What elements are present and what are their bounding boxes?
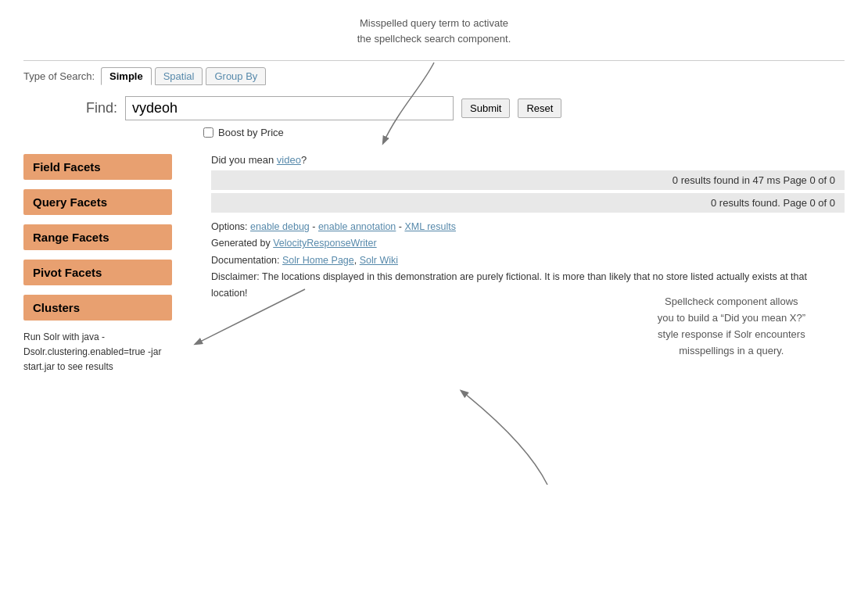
did-you-mean-link[interactable]: video [277,154,301,166]
search-input[interactable] [125,96,454,120]
submit-button[interactable]: Submit [461,98,510,118]
find-label: Find: [70,100,117,116]
link5-sep: , [354,255,360,266]
boost-label: Boost by Price [218,127,284,138]
clusters-button[interactable]: Clusters [23,295,172,321]
enable-debug-link[interactable]: enable debug [250,221,310,232]
field-facets-button[interactable]: Field Facets [23,154,172,180]
tab-groupby[interactable]: Group By [206,67,266,85]
did-you-mean-suffix: ? [301,154,307,166]
options-line-3: Documentation: Solr Home Page, Solr Wiki [211,253,845,269]
top-callout-line2: the spellcheck search component. [357,33,511,45]
solr-wiki-link[interactable]: Solr Wiki [360,255,398,266]
tab-simple[interactable]: Simple [101,67,152,85]
solr-home-link[interactable]: Solr Home Page [282,255,354,266]
options-prefix: Options: [211,221,250,232]
pivot-facets-button[interactable]: Pivot Facets [23,260,172,285]
bottom-callout-line3: style response if Solr encounters [658,328,805,340]
documentation-prefix: Documentation: [211,255,282,266]
bottom-callout-line2: you to build a “Did you mean X?” [658,312,805,324]
sidebar-footer: Run Solr with java -Dsolr.clustering.ena… [23,330,188,375]
enable-annotation-link[interactable]: enable annotation [318,221,396,232]
reset-button[interactable]: Reset [518,98,561,118]
options-section: Options: enable debug - enable annotatio… [211,219,845,302]
sep2: - [396,221,404,232]
top-callout-line1: Misspelled query term to activate [360,17,508,29]
search-type-row: Type of Search: Simple Spatial Group By [23,60,845,85]
did-you-mean-text: Did you mean [211,154,277,166]
find-row: Find: Submit Reset [23,96,845,120]
generated-by-prefix: Generated by [211,238,273,249]
boost-by-price-checkbox[interactable] [203,127,213,138]
options-line-1: Options: enable debug - enable annotatio… [211,219,845,235]
bottom-callout: Spellcheck component allows you to build… [658,294,805,359]
disclaimer-label: Disclaimer: [211,271,260,282]
tab-spatial[interactable]: Spatial [155,67,203,85]
result-bar-1: 0 results found in 47 ms Page 0 of 0 [211,170,845,190]
result-bar-2: 0 results found. Page 0 of 0 [211,193,845,213]
top-callout: Misspelled query term to activate the sp… [23,16,845,46]
sep1: - [310,221,318,232]
sidebar: Field Facets Query Facets Range Facets P… [23,154,203,375]
boost-row: Boost by Price [23,127,845,138]
bottom-callout-line1: Spellcheck component allows [665,296,798,307]
xml-results-link[interactable]: XML results [404,221,456,232]
bottom-callout-line4: misspellings in a query. [679,345,784,356]
range-facets-button[interactable]: Range Facets [23,224,172,250]
velocity-response-writer-link[interactable]: VelocityResponseWriter [273,238,376,249]
did-you-mean: Did you mean video? [211,154,845,166]
options-line-2: Generated by VelocityResponseWriter [211,235,845,252]
query-facets-button[interactable]: Query Facets [23,189,172,215]
search-type-label: Type of Search: [23,70,95,82]
